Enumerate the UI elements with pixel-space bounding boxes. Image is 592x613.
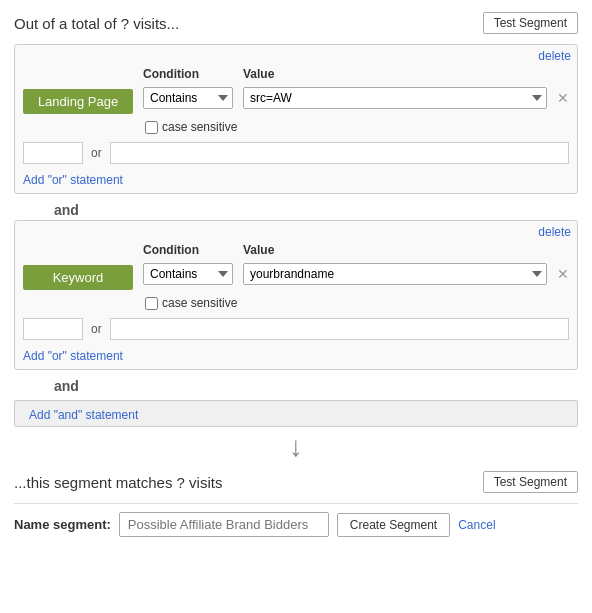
add-or-row-1: Add "or" statement (15, 168, 577, 193)
block1-col-headers: Condition Value (15, 63, 577, 83)
field-label-1: Landing Page (23, 89, 133, 114)
and-row-2: and (14, 372, 578, 396)
test-segment-button-top[interactable]: Test Segment (483, 12, 578, 34)
or-label-1: or (91, 146, 102, 160)
value-col-label-1: Value (243, 67, 274, 81)
or-row-2: or (15, 314, 577, 344)
case-sensitive-row-1: case sensitive (15, 120, 577, 138)
case-sensitive-checkbox-2[interactable] (145, 297, 158, 310)
segment-block-2: delete Condition Value Keyword Contains … (14, 220, 578, 370)
page-title: Out of a total of ? visits... (14, 15, 179, 32)
delete-link-2[interactable]: delete (538, 225, 571, 239)
value-col-label-2: Value (243, 243, 274, 257)
condition-col-label-1: Condition (143, 67, 233, 81)
or-empty-input-1 (110, 142, 569, 164)
name-segment-label: Name segment: (14, 517, 111, 532)
name-segment-input[interactable] (119, 512, 329, 537)
add-and-link[interactable]: Add "and" statement (29, 408, 138, 422)
condition-select-2[interactable]: Contains Equals Does not contain (143, 263, 233, 285)
add-or-link-1[interactable]: Add "or" statement (23, 173, 123, 187)
field-label-2: Keyword (23, 265, 133, 290)
and-label-2: and (54, 378, 79, 394)
block1-header: delete (15, 45, 577, 63)
case-sensitive-row-2: case sensitive (15, 296, 577, 314)
block1-condition-row: Landing Page Contains Equals Does not co… (15, 83, 577, 120)
delete-link-1[interactable]: delete (538, 49, 571, 63)
close-icon-1[interactable]: ✕ (557, 91, 569, 105)
case-sensitive-label-1: case sensitive (162, 120, 237, 134)
add-or-link-2[interactable]: Add "or" statement (23, 349, 123, 363)
condition-col-label-2: Condition (143, 243, 233, 257)
name-segment-row: Name segment: Create Segment Cancel (14, 503, 578, 537)
case-sensitive-label-2: case sensitive (162, 296, 237, 310)
footer-result-row: ...this segment matches ? visits Test Se… (14, 471, 578, 493)
or-row-1: or (15, 138, 577, 168)
create-segment-button[interactable]: Create Segment (337, 513, 450, 537)
or-input-box-1 (23, 142, 83, 164)
add-or-row-2: Add "or" statement (15, 344, 577, 369)
or-input-box-2 (23, 318, 83, 340)
and-row-1: and (14, 196, 578, 220)
condition-select-1[interactable]: Contains Equals Does not contain (143, 87, 233, 109)
value-select-1[interactable]: src=AW (243, 87, 547, 109)
and-label-1: and (54, 202, 79, 218)
block2-col-headers: Condition Value (15, 239, 577, 259)
or-empty-input-2 (110, 318, 569, 340)
cancel-link[interactable]: Cancel (458, 518, 495, 532)
test-segment-button-bottom[interactable]: Test Segment (483, 471, 578, 493)
footer-result-text: ...this segment matches ? visits (14, 474, 222, 491)
block2-condition-row: Keyword Contains Equals Does not contain… (15, 259, 577, 296)
or-label-2: or (91, 322, 102, 336)
segment-block-1: delete Condition Value Landing Page Cont… (14, 44, 578, 194)
block2-header: delete (15, 221, 577, 239)
arrow-down-icon: ↓ (14, 431, 578, 463)
value-select-2[interactable]: yourbrandname (243, 263, 547, 285)
header-row: Out of a total of ? visits... Test Segme… (14, 12, 578, 34)
add-and-row: Add "and" statement (14, 400, 578, 427)
close-icon-2[interactable]: ✕ (557, 267, 569, 281)
case-sensitive-checkbox-1[interactable] (145, 121, 158, 134)
